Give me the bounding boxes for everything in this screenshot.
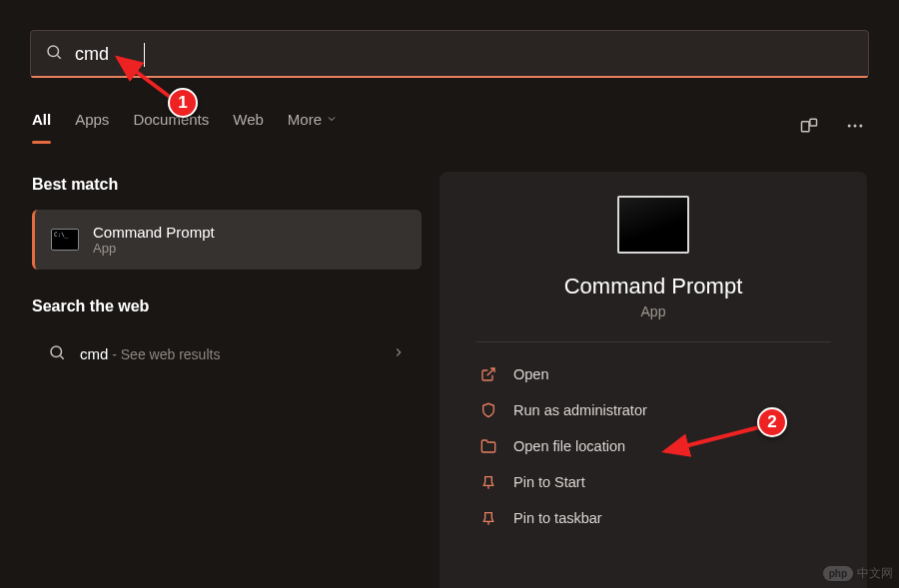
annotation-badge-2: 2	[757, 407, 787, 437]
svg-point-5	[854, 125, 857, 128]
divider	[475, 341, 831, 342]
action-pin-to-start[interactable]: Pin to Start	[475, 464, 831, 500]
text-cursor	[144, 43, 145, 67]
svg-point-6	[859, 125, 862, 128]
best-match-result[interactable]: Command Prompt App	[32, 210, 422, 270]
svg-point-7	[51, 346, 62, 357]
action-open[interactable]: Open	[475, 356, 831, 392]
window-snap-icon[interactable]	[797, 114, 821, 138]
svg-rect-2	[802, 122, 810, 132]
web-search-result[interactable]: cmd - See web results	[32, 331, 422, 377]
action-pin-to-taskbar[interactable]: Pin to taskbar	[475, 500, 831, 536]
tab-more[interactable]: More	[288, 111, 338, 142]
action-pin-taskbar-label: Pin to taskbar	[513, 510, 602, 526]
best-match-text: Command Prompt App	[93, 224, 215, 256]
search-bar[interactable]	[30, 30, 869, 78]
chevron-right-icon	[392, 345, 406, 363]
detail-subtitle: App	[475, 303, 831, 319]
web-result-suffix: - See web results	[108, 346, 220, 362]
svg-line-8	[60, 355, 63, 358]
pin-icon	[479, 510, 497, 526]
chevron-down-icon	[326, 113, 338, 125]
web-result-term: cmd	[80, 345, 108, 362]
web-result-text: cmd - See web results	[80, 345, 220, 363]
svg-point-4	[848, 125, 851, 128]
tab-all[interactable]: All	[32, 111, 51, 142]
action-open-label: Open	[513, 366, 548, 382]
result-detail-pane: Command Prompt App Open Run as administr…	[440, 172, 867, 588]
search-icon	[48, 343, 66, 365]
tab-web[interactable]: Web	[233, 111, 264, 142]
watermark-brand: php	[823, 566, 853, 581]
shield-icon	[479, 402, 497, 418]
tabs-right-controls	[797, 114, 867, 138]
best-match-title: Command Prompt	[93, 224, 215, 241]
svg-line-1	[57, 55, 60, 58]
search-web-heading: Search the web	[32, 297, 422, 315]
detail-title: Command Prompt	[475, 274, 831, 299]
open-icon	[479, 366, 497, 382]
action-file-location-label: Open file location	[513, 438, 625, 454]
svg-point-0	[48, 46, 59, 57]
action-pin-start-label: Pin to Start	[513, 474, 585, 490]
watermark: php 中文网	[823, 565, 893, 582]
svg-rect-3	[810, 119, 817, 126]
tab-apps[interactable]: Apps	[75, 111, 109, 142]
search-input[interactable]	[75, 44, 854, 65]
tab-more-label: More	[288, 111, 322, 128]
more-options-icon[interactable]	[843, 114, 867, 138]
folder-icon	[479, 438, 497, 454]
results-left-column: Best match Command Prompt App Search the…	[32, 176, 422, 377]
tab-documents[interactable]: Documents	[133, 111, 209, 142]
pin-icon	[479, 474, 497, 490]
best-match-heading: Best match	[32, 176, 422, 194]
action-run-admin-label: Run as administrator	[513, 402, 647, 418]
best-match-subtitle: App	[93, 241, 215, 256]
watermark-text: 中文网	[857, 565, 893, 582]
filter-tabs-row: All Apps Documents Web More	[32, 106, 867, 146]
search-icon	[45, 43, 63, 65]
svg-line-9	[487, 368, 494, 375]
command-prompt-icon	[51, 229, 79, 251]
annotation-badge-1: 1	[168, 88, 198, 118]
command-prompt-large-icon	[617, 196, 689, 254]
